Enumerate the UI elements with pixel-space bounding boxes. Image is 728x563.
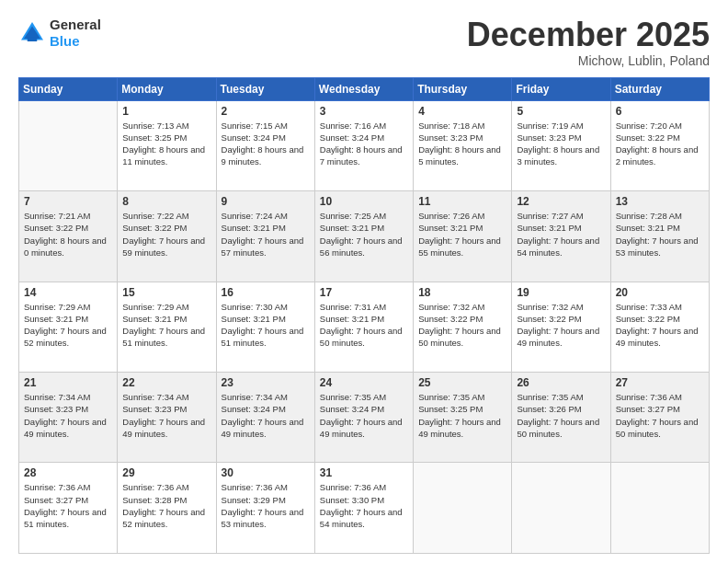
day-info: Sunrise: 7:32 AMSunset: 3:22 PMDaylight:…: [418, 301, 506, 350]
calendar-cell: 22Sunrise: 7:34 AMSunset: 3:23 PMDayligh…: [118, 373, 216, 463]
day-number: 8: [122, 195, 210, 208]
day-info: Sunrise: 7:19 AMSunset: 3:23 PMDaylight:…: [517, 120, 605, 168]
calendar-cell: 23Sunrise: 7:34 AMSunset: 3:24 PMDayligh…: [216, 373, 314, 463]
day-number: 7: [24, 195, 112, 208]
day-number: 16: [222, 286, 310, 299]
header: General Blue December 2025 Michow, Lubli…: [18, 17, 710, 68]
day-number: 25: [418, 376, 506, 389]
calendar-cell: 27Sunrise: 7:36 AMSunset: 3:27 PMDayligh…: [610, 373, 709, 463]
day-number: 10: [320, 195, 408, 208]
weekday-header-sunday: Sunday: [19, 77, 118, 100]
day-number: 14: [24, 286, 112, 299]
day-info: Sunrise: 7:35 AMSunset: 3:26 PMDaylight:…: [517, 391, 605, 440]
logo: General Blue: [18, 17, 101, 50]
day-info: Sunrise: 7:28 AMSunset: 3:21 PMDaylight:…: [616, 210, 704, 259]
day-number: 29: [122, 466, 210, 479]
day-info: Sunrise: 7:18 AMSunset: 3:23 PMDaylight:…: [418, 120, 506, 168]
calendar-cell: 19Sunrise: 7:32 AMSunset: 3:22 PMDayligh…: [512, 282, 610, 372]
day-number: 22: [122, 376, 210, 389]
day-number: 5: [517, 105, 605, 118]
day-number: 19: [517, 286, 605, 299]
calendar-cell: 16Sunrise: 7:30 AMSunset: 3:21 PMDayligh…: [216, 282, 314, 372]
day-info: Sunrise: 7:32 AMSunset: 3:22 PMDaylight:…: [517, 301, 605, 350]
day-info: Sunrise: 7:36 AMSunset: 3:29 PMDaylight:…: [222, 481, 310, 530]
day-info: Sunrise: 7:31 AMSunset: 3:21 PMDaylight:…: [320, 301, 408, 350]
calendar-cell: 4Sunrise: 7:18 AMSunset: 3:23 PMDaylight…: [414, 100, 512, 190]
day-number: 17: [320, 286, 408, 299]
calendar-cell: 15Sunrise: 7:29 AMSunset: 3:21 PMDayligh…: [118, 282, 216, 372]
calendar-cell: 30Sunrise: 7:36 AMSunset: 3:29 PMDayligh…: [216, 463, 314, 554]
weekday-header-monday: Monday: [118, 77, 216, 100]
calendar-cell: 17Sunrise: 7:31 AMSunset: 3:21 PMDayligh…: [314, 282, 413, 372]
calendar-cell: 12Sunrise: 7:27 AMSunset: 3:21 PMDayligh…: [512, 191, 610, 282]
calendar-cell: 11Sunrise: 7:26 AMSunset: 3:21 PMDayligh…: [414, 191, 512, 282]
day-number: 3: [320, 105, 408, 118]
day-info: Sunrise: 7:34 AMSunset: 3:23 PMDaylight:…: [24, 391, 112, 440]
day-info: Sunrise: 7:24 AMSunset: 3:21 PMDaylight:…: [222, 210, 310, 259]
day-number: 18: [418, 286, 506, 299]
day-info: Sunrise: 7:33 AMSunset: 3:22 PMDaylight:…: [616, 301, 704, 350]
day-info: Sunrise: 7:29 AMSunset: 3:21 PMDaylight:…: [122, 301, 210, 350]
logo-text: General Blue: [50, 17, 101, 50]
day-info: Sunrise: 7:30 AMSunset: 3:21 PMDaylight:…: [222, 301, 310, 350]
day-info: Sunrise: 7:36 AMSunset: 3:27 PMDaylight:…: [616, 391, 704, 440]
day-info: Sunrise: 7:36 AMSunset: 3:27 PMDaylight:…: [24, 481, 112, 530]
calendar-cell: 31Sunrise: 7:36 AMSunset: 3:30 PMDayligh…: [314, 463, 413, 554]
calendar-cell: 10Sunrise: 7:25 AMSunset: 3:21 PMDayligh…: [314, 191, 413, 282]
day-info: Sunrise: 7:20 AMSunset: 3:22 PMDaylight:…: [616, 120, 704, 168]
calendar-table: SundayMondayTuesdayWednesdayThursdayFrid…: [18, 77, 710, 554]
day-number: 12: [517, 195, 605, 208]
calendar-cell: 18Sunrise: 7:32 AMSunset: 3:22 PMDayligh…: [414, 282, 512, 372]
calendar-week-row: 21Sunrise: 7:34 AMSunset: 3:23 PMDayligh…: [19, 373, 710, 463]
day-number: 4: [418, 105, 506, 118]
day-info: Sunrise: 7:15 AMSunset: 3:24 PMDaylight:…: [222, 120, 310, 168]
calendar-cell: 25Sunrise: 7:35 AMSunset: 3:25 PMDayligh…: [414, 373, 512, 463]
calendar-week-row: 1Sunrise: 7:13 AMSunset: 3:25 PMDaylight…: [19, 100, 710, 190]
weekday-header-saturday: Saturday: [610, 77, 709, 100]
weekday-header-tuesday: Tuesday: [216, 77, 314, 100]
day-info: Sunrise: 7:35 AMSunset: 3:25 PMDaylight:…: [418, 391, 506, 440]
calendar-cell: [414, 463, 512, 554]
calendar-cell: 21Sunrise: 7:34 AMSunset: 3:23 PMDayligh…: [19, 373, 118, 463]
calendar-cell: 28Sunrise: 7:36 AMSunset: 3:27 PMDayligh…: [19, 463, 118, 554]
calendar-cell: 29Sunrise: 7:36 AMSunset: 3:28 PMDayligh…: [118, 463, 216, 554]
day-number: 23: [222, 376, 310, 389]
calendar-cell: 14Sunrise: 7:29 AMSunset: 3:21 PMDayligh…: [19, 282, 118, 372]
day-number: 20: [616, 286, 704, 299]
svg-rect-2: [28, 38, 38, 42]
day-info: Sunrise: 7:36 AMSunset: 3:30 PMDaylight:…: [320, 481, 408, 530]
calendar-cell: 26Sunrise: 7:35 AMSunset: 3:26 PMDayligh…: [512, 373, 610, 463]
calendar-cell: 5Sunrise: 7:19 AMSunset: 3:23 PMDaylight…: [512, 100, 610, 190]
calendar-cell: 2Sunrise: 7:15 AMSunset: 3:24 PMDaylight…: [216, 100, 314, 190]
day-info: Sunrise: 7:36 AMSunset: 3:28 PMDaylight:…: [122, 481, 210, 530]
day-number: 6: [616, 105, 704, 118]
calendar-cell: [610, 463, 709, 554]
weekday-header-thursday: Thursday: [414, 77, 512, 100]
day-info: Sunrise: 7:21 AMSunset: 3:22 PMDaylight:…: [24, 210, 112, 259]
calendar-cell: 8Sunrise: 7:22 AMSunset: 3:22 PMDaylight…: [118, 191, 216, 282]
calendar-cell: 3Sunrise: 7:16 AMSunset: 3:24 PMDaylight…: [314, 100, 413, 190]
day-number: 15: [122, 286, 210, 299]
day-number: 11: [418, 195, 506, 208]
day-info: Sunrise: 7:34 AMSunset: 3:24 PMDaylight:…: [222, 391, 310, 440]
weekday-header-row: SundayMondayTuesdayWednesdayThursdayFrid…: [19, 77, 710, 100]
calendar-week-row: 7Sunrise: 7:21 AMSunset: 3:22 PMDaylight…: [19, 191, 710, 282]
calendar-cell: 7Sunrise: 7:21 AMSunset: 3:22 PMDaylight…: [19, 191, 118, 282]
calendar-cell: 13Sunrise: 7:28 AMSunset: 3:21 PMDayligh…: [610, 191, 709, 282]
day-info: Sunrise: 7:26 AMSunset: 3:21 PMDaylight:…: [418, 210, 506, 259]
day-number: 27: [616, 376, 704, 389]
day-number: 30: [222, 466, 310, 479]
day-number: 26: [517, 376, 605, 389]
calendar-cell: 6Sunrise: 7:20 AMSunset: 3:22 PMDaylight…: [610, 100, 709, 190]
calendar-cell: 24Sunrise: 7:35 AMSunset: 3:24 PMDayligh…: [314, 373, 413, 463]
location-subtitle: Michow, Lublin, Poland: [467, 53, 710, 68]
day-info: Sunrise: 7:25 AMSunset: 3:21 PMDaylight:…: [320, 210, 408, 259]
day-number: 1: [122, 105, 210, 118]
day-info: Sunrise: 7:34 AMSunset: 3:23 PMDaylight:…: [122, 391, 210, 440]
logo-icon: [18, 19, 46, 47]
day-info: Sunrise: 7:22 AMSunset: 3:22 PMDaylight:…: [122, 210, 210, 259]
weekday-header-wednesday: Wednesday: [314, 77, 413, 100]
day-number: 28: [24, 466, 112, 479]
page: General Blue December 2025 Michow, Lubli…: [0, 0, 728, 563]
month-title: December 2025: [467, 17, 710, 53]
